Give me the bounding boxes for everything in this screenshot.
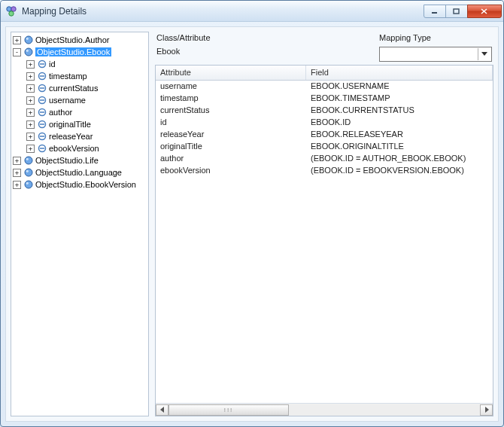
- tree-item: +originalTitle: [25, 118, 148, 130]
- tree-item: +id: [25, 58, 148, 70]
- table-row[interactable]: idEBOOK.ID: [156, 117, 493, 129]
- expand-icon[interactable]: +: [13, 36, 21, 44]
- cell-attribute: timestamp: [156, 93, 306, 105]
- table-row[interactable]: author(EBOOK.ID = AUTHOR_EBOOK.EBOOK): [156, 153, 493, 165]
- table-row[interactable]: currentStatusEBOOK.CURRENTSTATUS: [156, 105, 493, 117]
- titlebar[interactable]: Mapping Details: [1, 1, 503, 22]
- cell-attribute: author: [156, 153, 306, 165]
- client-area: +ObjectStudio.Author-ObjectStudio.Ebook+…: [5, 26, 499, 422]
- class-tree[interactable]: +ObjectStudio.Author-ObjectStudio.Ebook+…: [11, 32, 149, 416]
- minimize-button[interactable]: [424, 5, 446, 18]
- table-row[interactable]: usernameEBOOK.USERNAME: [156, 81, 493, 93]
- expand-icon[interactable]: +: [26, 133, 35, 141]
- cell-attribute: id: [156, 117, 306, 129]
- table-row[interactable]: ebookVersion(EBOOK.ID = EBOOKVERSION.EBO…: [156, 165, 493, 177]
- tree-node-label: ObjectStudio.Ebook: [35, 47, 111, 56]
- window-controls: [424, 5, 502, 18]
- tree-node[interactable]: +ObjectStudio.Life: [11, 154, 148, 166]
- mapping-details-window: Mapping Details +ObjectStudio.Author-Obj…: [0, 0, 504, 427]
- cell-field: EBOOK.TIMESTAMP: [306, 93, 493, 105]
- svg-point-0: [7, 6, 11, 11]
- svg-marker-35: [485, 407, 489, 413]
- tree-node[interactable]: +ObjectStudio.Author: [11, 34, 148, 46]
- col-attribute[interactable]: Attribute: [156, 66, 306, 80]
- col-field[interactable]: Field: [306, 66, 493, 80]
- expand-icon[interactable]: +: [26, 60, 35, 69]
- cell-field: (EBOOK.ID = AUTHOR_EBOOK.EBOOK): [306, 153, 493, 165]
- svg-point-2: [9, 11, 14, 15]
- tree-item: +ObjectStudio.EbookVersion: [11, 178, 148, 191]
- svg-point-28: [26, 158, 29, 160]
- tree-node-label: timestamp: [49, 72, 87, 81]
- tree-node-label: ObjectStudio.Author: [35, 35, 109, 44]
- table-body[interactable]: usernameEBOOK.USERNAMEtimestampEBOOK.TIM…: [156, 81, 493, 403]
- attribute-icon: [38, 59, 47, 69]
- table-row[interactable]: originalTitleEBOOK.ORIGINALTITLE: [156, 141, 493, 153]
- mapping-type-combo[interactable]: [379, 47, 492, 62]
- tree-item: +ObjectStudio.Life: [11, 154, 148, 166]
- scroll-left-button[interactable]: [156, 404, 169, 416]
- class-attr-value: Ebook: [156, 47, 379, 56]
- tree-item: +ObjectStudio.Author: [11, 34, 148, 46]
- attribute-icon: [38, 72, 47, 81]
- tree-node[interactable]: +ebookVersion: [25, 142, 148, 154]
- tree-node-label: releaseYear: [49, 132, 93, 141]
- scroll-thumb[interactable]: !!!: [169, 404, 289, 416]
- tree-node[interactable]: +ObjectStudio.EbookVersion: [11, 178, 148, 191]
- cell-field: EBOOK.ORIGINALTITLE: [306, 141, 493, 153]
- tree-node-label: ObjectStudio.Language: [35, 168, 122, 177]
- tree-item: +ObjectStudio.Language: [11, 166, 148, 178]
- expand-icon[interactable]: +: [26, 84, 35, 93]
- svg-point-30: [26, 170, 29, 172]
- tree-node[interactable]: +ObjectStudio.Language: [11, 166, 148, 178]
- class-attr-label: Class/Attribute: [156, 33, 379, 42]
- mapping-table: Attribute Field usernameEBOOK.USERNAMEti…: [155, 65, 493, 416]
- tree-node[interactable]: +originalTitle: [25, 118, 148, 130]
- close-button[interactable]: [467, 5, 502, 18]
- cell-field: EBOOK.ID: [306, 117, 493, 129]
- tree-item: +ebookVersion: [25, 142, 148, 154]
- cell-attribute: ebookVersion: [156, 165, 306, 177]
- tree-node[interactable]: +currentStatus: [25, 82, 148, 94]
- attribute-icon: [38, 132, 47, 141]
- cell-attribute: currentStatus: [156, 105, 306, 117]
- tree-node[interactable]: +author: [25, 106, 148, 118]
- expand-icon[interactable]: +: [26, 72, 35, 81]
- tree-item: +username: [25, 94, 148, 106]
- tree-node[interactable]: +timestamp: [25, 70, 148, 82]
- svg-point-10: [26, 50, 29, 52]
- cell-attribute: originalTitle: [156, 141, 306, 153]
- svg-point-29: [25, 169, 32, 176]
- horizontal-scrollbar[interactable]: !!!: [156, 403, 493, 416]
- tree-node-label: currentStatus: [49, 84, 98, 93]
- tree-item: +author: [25, 106, 148, 118]
- details-panel: Class/Attribute Ebook Mapping Type Attri…: [155, 32, 493, 416]
- svg-point-27: [25, 157, 32, 164]
- table-row[interactable]: timestampEBOOK.TIMESTAMP: [156, 93, 493, 105]
- tree-node-label: ObjectStudio.EbookVersion: [35, 180, 136, 189]
- scroll-right-button[interactable]: [480, 404, 493, 416]
- table-header[interactable]: Attribute Field: [156, 66, 493, 81]
- scroll-track[interactable]: !!!: [169, 404, 480, 416]
- expand-icon[interactable]: +: [26, 145, 35, 153]
- expand-icon[interactable]: +: [26, 96, 35, 105]
- tree-node[interactable]: -ObjectStudio.Ebook: [11, 46, 148, 58]
- table-row[interactable]: releaseYearEBOOK.RELEASEYEAR: [156, 129, 493, 141]
- collapse-icon[interactable]: -: [13, 48, 21, 56]
- app-icon: [5, 5, 17, 17]
- tree-node[interactable]: +id: [25, 58, 148, 70]
- mapping-type-label: Mapping Type: [379, 33, 492, 42]
- tree-node[interactable]: +username: [25, 94, 148, 106]
- expand-icon[interactable]: +: [13, 157, 21, 165]
- svg-rect-4: [454, 9, 459, 14]
- tree-item: +currentStatus: [25, 82, 148, 94]
- expand-icon[interactable]: +: [26, 120, 35, 129]
- expand-icon[interactable]: +: [13, 181, 21, 189]
- svg-point-9: [25, 48, 32, 56]
- tree-item: +timestamp: [25, 70, 148, 82]
- tree-node[interactable]: +releaseYear: [25, 130, 148, 142]
- expand-icon[interactable]: +: [13, 169, 21, 177]
- maximize-button[interactable]: [445, 5, 468, 18]
- svg-marker-33: [481, 52, 487, 56]
- expand-icon[interactable]: +: [26, 108, 35, 117]
